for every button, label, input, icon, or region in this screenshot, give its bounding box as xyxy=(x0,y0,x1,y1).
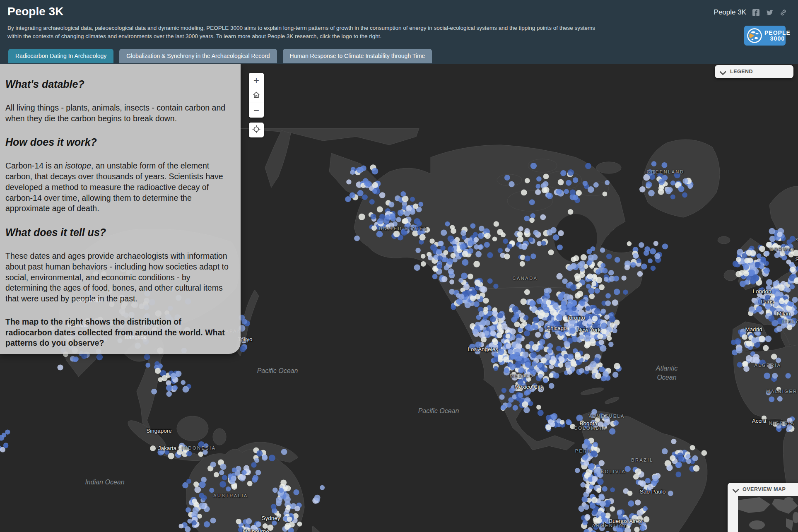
city-label: Bogota xyxy=(580,420,598,426)
overview-map-thumbnail xyxy=(738,496,798,532)
ocean-label: Indian Ocean xyxy=(85,478,124,487)
panel-heading: How does it work? xyxy=(5,136,230,148)
country-label: GREENLAND xyxy=(647,169,685,174)
country-label: ITALY xyxy=(782,319,798,324)
city-label: Buenos Aires xyxy=(609,518,642,524)
legend-panel-header[interactable]: LEGEND xyxy=(715,65,793,78)
ocean-label: Pacific Ocean xyxy=(257,366,298,376)
country-label: BRAZIL xyxy=(631,457,653,462)
country-label: COLOMBIA xyxy=(574,426,606,431)
locate-icon xyxy=(252,125,261,135)
city-label: Singapore xyxy=(146,428,172,434)
panel-paragraph: All living things - plants, animals, ins… xyxy=(5,103,230,124)
ocean-label: Atlantic Ocean xyxy=(656,364,677,382)
site-link[interactable]: People 3K xyxy=(714,8,746,17)
panel-paragraph: Carbon-14 is an isotope, an unstable for… xyxy=(5,161,230,214)
tab-1-globalization-&[interactable]: Globalization & Synchrony in the Archaeo… xyxy=(119,49,277,63)
globe-icon xyxy=(747,28,762,43)
city-label: London xyxy=(752,288,771,294)
city-label: Stockholm xyxy=(795,256,798,262)
chevron-down-icon xyxy=(720,70,726,74)
people3k-app: Pacific OceanPacific OceanAtlantic Ocean… xyxy=(0,0,798,532)
zoom-in-button[interactable]: + xyxy=(249,73,264,88)
country-label: PERU xyxy=(575,448,592,453)
city-label: Accra xyxy=(752,418,767,424)
city-label: New York xyxy=(577,327,600,333)
locate-button[interactable] xyxy=(249,123,264,137)
home-icon xyxy=(252,90,260,101)
page-description: By integrating archaeological data, pale… xyxy=(7,24,595,40)
country-label: INDONESIA xyxy=(181,445,216,450)
zoom-out-button[interactable]: − xyxy=(249,103,264,118)
country-label: MALI xyxy=(766,389,781,394)
city-label: Paris xyxy=(761,298,774,305)
ocean-label: Pacific Ocean xyxy=(418,407,459,416)
city-label: Sydney xyxy=(261,515,280,521)
city-label: Milan xyxy=(777,311,790,317)
twitter-icon[interactable] xyxy=(766,9,774,17)
tab-2-human-response[interactable]: Human Response to Climate Instability th… xyxy=(283,49,432,63)
city-label: Los Angeles xyxy=(468,346,498,352)
country-label: BOLIVIA xyxy=(601,469,626,474)
facebook-icon[interactable] xyxy=(752,9,760,17)
panel-heading: What does it tell us? xyxy=(5,226,230,238)
overview-map-title: OVERVIEW MAP xyxy=(743,486,786,492)
legend-title: LEGEND xyxy=(730,69,753,75)
panel-paragraph: These dates and ages provide archaeologi… xyxy=(5,251,230,304)
country-label: AUSTRALIA xyxy=(213,493,248,498)
country-label: VENEZUELA xyxy=(588,414,625,419)
tab-bar: Radiocarbon Dating In ArchaeologyGlobali… xyxy=(8,49,432,63)
chevron-down-icon xyxy=(733,487,739,491)
country-label: MEXICO xyxy=(510,373,534,378)
country-label: ALGERIA xyxy=(754,363,781,368)
country-label: ARGENTINA xyxy=(592,523,628,528)
country-label: CANADA xyxy=(513,276,538,281)
country-label: SWEDEN xyxy=(795,237,798,242)
logo-text: PEOPLE 3000 xyxy=(764,30,791,41)
info-panel: What's datable?All living things - plant… xyxy=(0,64,241,354)
home-button[interactable] xyxy=(249,88,264,103)
city-label: São Paulo xyxy=(640,489,665,495)
city-label: Jakarta xyxy=(158,445,176,451)
city-label: Chicago xyxy=(546,325,567,331)
page-title: People 3K xyxy=(7,5,63,18)
country-label: UNITED STATES xyxy=(379,226,428,231)
zoom-control-group: + − xyxy=(249,73,264,118)
panel-paragraph: The map to the right shows the distribut… xyxy=(5,317,230,349)
country-label: NORWAY xyxy=(769,247,796,252)
city-label: Toronto xyxy=(566,315,585,321)
tab-0-radiocarbon-dating[interactable]: Radiocarbon Dating In Archaeology xyxy=(8,49,113,63)
overview-map-header[interactable]: OVERVIEW MAP xyxy=(733,486,798,492)
share-link-icon[interactable] xyxy=(779,9,787,17)
panel-heading: What's datable? xyxy=(5,78,230,90)
city-label: Madrid xyxy=(745,326,762,332)
city-label: Melbourne xyxy=(243,528,269,532)
city-label: Mexico City xyxy=(514,384,543,390)
country-label: NIGER xyxy=(778,389,797,394)
people3000-logo[interactable]: PEOPLE 3000 xyxy=(744,26,786,46)
overview-map-panel: OVERVIEW MAP xyxy=(728,483,798,532)
country-label: NIGERIA xyxy=(769,421,795,426)
